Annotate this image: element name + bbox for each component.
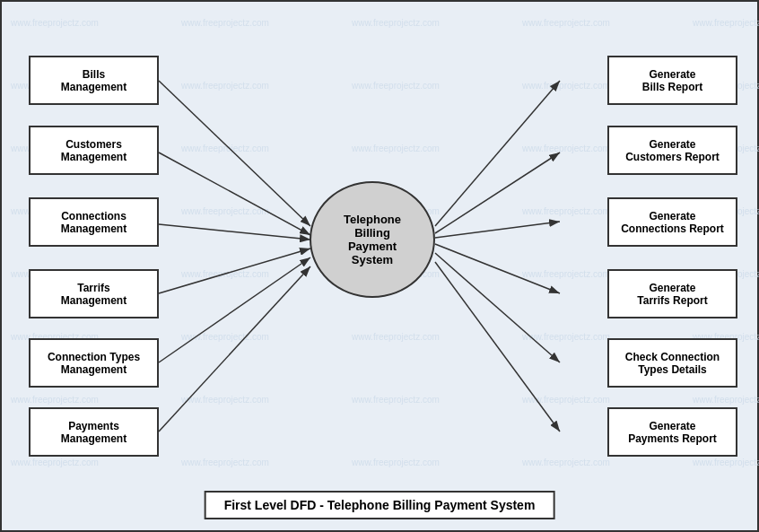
tarrifs-management-box: TarrifsManagement	[29, 269, 159, 318]
arrow-connection-types-to-center	[159, 257, 310, 362]
gen-customers-report-box: GenerateCustomers Report	[607, 126, 737, 175]
arrow-center-to-customers-report	[435, 153, 560, 233]
bills-management-box: BillsManagement	[29, 56, 159, 105]
bills-management-label: BillsManagement	[61, 68, 126, 93]
diagram-wrapper: www.freeprojectz.com www.freeprojectz.co…	[0, 0, 759, 532]
arrow-center-to-connections-report	[435, 222, 560, 238]
connection-types-management-box: Connection TypesManagement	[29, 338, 159, 388]
gen-customers-report-label: GenerateCustomers Report	[625, 138, 720, 163]
gen-payments-report-label: GeneratePayments Report	[628, 420, 717, 445]
customers-management-label: CustomersManagement	[61, 138, 126, 163]
gen-payments-report-box: GeneratePayments Report	[607, 407, 737, 457]
check-connection-types-label: Check ConnectionTypes Details	[625, 351, 720, 376]
center-ellipse: Telephone Billing Payment System	[310, 181, 435, 298]
connections-management-box: ConnectionsManagement	[29, 197, 159, 247]
gen-tarrifs-report-box: GenerateTarrifs Report	[607, 269, 737, 318]
gen-bills-report-label: GenerateBills Report	[642, 68, 702, 93]
check-connection-types-box: Check ConnectionTypes Details	[607, 338, 737, 388]
tarrifs-management-label: TarrifsManagement	[61, 282, 126, 307]
arrow-payments-to-center	[159, 266, 310, 432]
center-label: Telephone Billing Payment System	[344, 213, 401, 266]
arrow-bills-to-center	[159, 81, 310, 226]
caption-label: First Level DFD - Telephone Billing Paym…	[224, 498, 536, 512]
gen-connections-report-label: GenerateConnections Report	[621, 210, 724, 235]
connection-types-management-label: Connection TypesManagement	[48, 351, 140, 376]
gen-connections-report-box: GenerateConnections Report	[607, 197, 737, 247]
arrow-customers-to-center	[159, 153, 310, 235]
payments-management-label: PaymentsManagement	[61, 420, 126, 445]
customers-management-box: CustomersManagement	[29, 126, 159, 175]
arrow-tarrifs-to-center	[159, 249, 310, 293]
payments-management-box: PaymentsManagement	[29, 407, 159, 457]
arrow-center-to-bills-report	[435, 81, 560, 226]
diagram-caption: First Level DFD - Telephone Billing Paym…	[205, 491, 555, 519]
connections-management-label: ConnectionsManagement	[61, 210, 126, 235]
arrow-connections-to-center	[159, 224, 310, 240]
gen-tarrifs-report-label: GenerateTarrifs Report	[637, 282, 707, 307]
gen-bills-report-box: GenerateBills Report	[607, 56, 737, 105]
